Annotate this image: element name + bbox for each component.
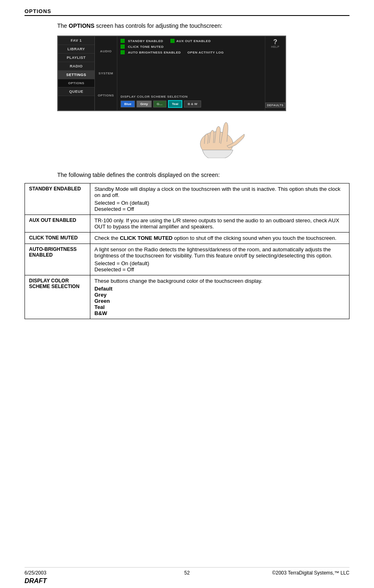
- footer-date: 6/25/2003: [25, 570, 46, 576]
- nav-playlist[interactable]: PLAYLIST: [58, 54, 94, 62]
- standby-checkbox[interactable]: [121, 39, 125, 43]
- standby-term: STANDBY ENDABLED: [25, 183, 90, 215]
- aux-checkbox[interactable]: [170, 39, 175, 43]
- auto-bright-checkbox[interactable]: [121, 50, 125, 54]
- page-header: OPTIONS: [25, 8, 349, 16]
- options-bold: OPTIONS: [69, 22, 94, 29]
- section-heading: The following table defines the controls…: [57, 172, 349, 178]
- color-scheme-desc: These buttons change the background colo…: [90, 275, 349, 319]
- footer-copyright: ©2003 TerraDigital Systems,™ LLC: [272, 570, 349, 576]
- click-tone-checkbox[interactable]: [121, 45, 125, 49]
- color-btn-blue[interactable]: Blue: [121, 101, 135, 107]
- nav-settings[interactable]: SETTINGS: [58, 71, 94, 79]
- auto-bright-label: AUTO BRIGHTNESS ENABLED: [128, 51, 181, 54]
- page-title: OPTIONS: [25, 8, 52, 14]
- click-tone-row: CLICK TONE MUTED: [121, 45, 262, 49]
- help-label: HELP: [271, 45, 279, 48]
- intro-text-suffix: screen has controls for adjusting the to…: [96, 22, 222, 29]
- label-audio: AUDIO: [96, 49, 116, 53]
- color-btn-green[interactable]: G…: [153, 101, 166, 107]
- screen-sidebar: FAV 1 LIBRARY PLAYLIST RADIO SETTINGS OP…: [58, 36, 95, 110]
- open-activity-label: OPEN ACTIVITY LOG: [188, 51, 224, 54]
- click-tone-desc: Check the CLICK TONE MUTED option to shu…: [90, 233, 349, 244]
- brightness-term: AUTO-BRIGHTNESS ENABLED: [25, 244, 90, 275]
- footer-page-number: 52: [184, 570, 190, 576]
- standby-label: STANDBY ENABLED: [128, 39, 163, 43]
- controls-table: STANDBY ENDABLED Standby Mode will displ…: [25, 183, 349, 319]
- label-options: OPTIONS: [96, 94, 116, 97]
- aux-desc: TR-100 only. If you are using the L/R st…: [90, 215, 349, 233]
- table-row-aux: AUX OUT ENABLED TR-100 only. If you are …: [25, 215, 349, 233]
- help-icon[interactable]: ?: [271, 39, 279, 45]
- table-row-click: CLICK TONE MUTED Check the CLICK TONE MU…: [25, 233, 349, 244]
- brightness-desc: A light sensor on the Radio detects the …: [90, 244, 349, 275]
- table-row-brightness: AUTO-BRIGHTNESS ENABLED A light sensor o…: [25, 244, 349, 275]
- footer-draft: DRAFT: [25, 577, 47, 585]
- table-row-color: DISPLAY COLOR SCHEME SELECTION These but…: [25, 275, 349, 319]
- standby-desc: Standby Mode will display a clock on the…: [90, 183, 349, 215]
- nav-options[interactable]: OPTIONS: [58, 79, 94, 87]
- device-screen: FAV 1 LIBRARY PLAYLIST RADIO SETTINGS OP…: [57, 36, 286, 111]
- intro-paragraph: The OPTIONS screen has controls for adju…: [57, 22, 349, 29]
- color-btn-grey[interactable]: Grey: [137, 101, 151, 107]
- auto-bright-row: AUTO BRIGHTNESS ENABLED OPEN ACTIVITY LO…: [121, 50, 262, 54]
- screen-right-panel: ? HELP DEFAULTS: [265, 36, 285, 110]
- nav-library[interactable]: LIBRARY: [58, 45, 94, 54]
- nav-fav1[interactable]: FAV 1: [58, 36, 94, 45]
- click-tone-term: CLICK TONE MUTED: [25, 233, 90, 244]
- label-system: SYSTEM: [96, 72, 116, 75]
- defaults-button[interactable]: DEFAULTS: [265, 103, 285, 108]
- aux-label: AUX OUT ENABLED: [176, 39, 211, 43]
- screen-main-content: STANDBY ENABLED AUX OUT ENABLED CLICK TO…: [117, 36, 265, 110]
- screenshot-container: FAV 1 LIBRARY PLAYLIST RADIO SETTINGS OP…: [57, 36, 294, 159]
- standby-row: STANDBY ENABLED AUX OUT ENABLED: [121, 39, 262, 43]
- nav-queue[interactable]: QUEUE: [58, 87, 94, 96]
- aux-term: AUX OUT ENABLED: [25, 215, 90, 233]
- screen-labels: AUDIO SYSTEM OPTIONS: [95, 36, 117, 110]
- click-tone-label: CLICK TONE MUTED: [128, 45, 163, 49]
- hand-pointer-image: [180, 105, 294, 159]
- nav-radio[interactable]: RADIO: [58, 62, 94, 71]
- table-row-standby: STANDBY ENDABLED Standby Mode will displ…: [25, 183, 349, 215]
- page-footer: 6/25/2003 52 ©2003 TerraDigital Systems,…: [25, 567, 349, 576]
- color-scheme-term: DISPLAY COLOR SCHEME SELECTION: [25, 275, 90, 319]
- color-scheme-title: DISPLAY COLOR SCHEME SELECTION: [121, 95, 262, 98]
